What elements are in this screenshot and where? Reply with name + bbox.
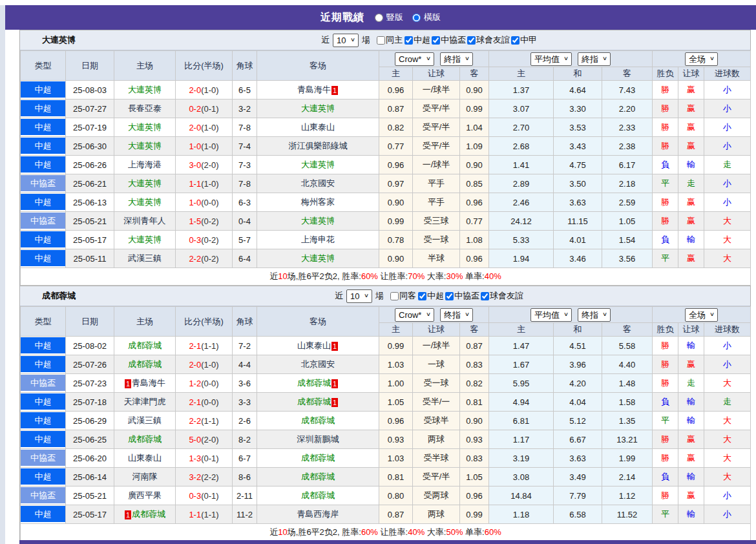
average-select[interactable]: 平均值 [531,309,571,321]
league-checkbox-input[interactable] [404,36,413,45]
sub-handicap-result: 让球 [678,67,704,81]
result-handicap: 輸 [678,156,704,174]
odds-away: 0.90 [460,156,489,174]
horizontal-layout-radio[interactable]: 橫版 [412,12,441,23]
match-row: 中超25-06-26上海海港3-0(2-0)7-3大連英博0.96一/球半0.9… [21,156,751,174]
match-row: 中超25-06-14河南隊3-2(2-2)8-6成都蓉城0.81受平/半1.05… [21,468,751,486]
avg-away: 1.99 [602,449,653,468]
league-filter-checkbox[interactable]: 球會友誼 [467,34,510,46]
vertical-radio-input[interactable] [375,14,383,22]
average-select[interactable]: 平均值 [531,53,571,65]
matches-label: 場 [375,290,384,302]
same-venue-checkbox[interactable]: 同主 [377,34,403,46]
handicap-line: 受两球 [413,486,460,505]
team-label: 北京國安 [301,178,335,188]
league-checkbox-input[interactable] [467,36,476,45]
league-filter-group: 中超中協盃球會友誼 [418,290,523,302]
league-filter-checkbox[interactable]: 中超 [418,290,444,302]
odds-home: 0.99 [379,212,413,231]
avg-stage-select-wrap: 终指 [578,308,611,322]
handicap-line: 一/球半 [413,81,460,99]
odds-home: 0.90 [379,193,413,212]
league-checkbox-input[interactable] [511,36,520,45]
results-table: 类型 日期 主场 比分(半场) 角球 客场 Crow* 終指 平均值 [20,50,751,286]
league-checkbox-input[interactable] [445,292,454,300]
bookmaker-select[interactable]: Crow* [395,53,434,65]
corner-count: 6-7 [233,449,257,468]
handicap-line: 受半/一 [413,393,460,412]
sub-handicap: 让球 [413,323,460,337]
away-team: 山東泰山1 [257,337,379,355]
section-header: 成都蓉城 近 10 場 同客 中超中協盃球會友誼 [20,286,750,306]
odds-stage-select-wrap: 终指 [440,308,473,322]
result-handicap: 輸 [678,505,704,524]
period-select[interactable]: 全场 [686,53,717,65]
team-label: 山東泰山 [297,340,331,350]
period-select[interactable]: 全场 [686,309,717,321]
score-cell: 2-0(1-0) [176,118,233,137]
results-table: 类型 日期 主场 比分(半场) 角球 客场 Crow* 终指 平均值 [20,306,751,541]
away-team: 北京國安 [257,355,379,374]
league-checkbox-input[interactable] [481,292,489,300]
result-handicap: 輸 [678,468,704,486]
result-outcome: 負 [653,156,678,174]
league-filter-checkbox[interactable]: 中協盃 [445,290,479,302]
avg-home: 1.37 [489,81,554,99]
odds-stage-select[interactable]: 终指 [441,309,472,321]
same-venue-input[interactable] [390,292,399,300]
result-outcome: 負 [653,468,678,486]
sub-home-odds: 主 [379,67,413,81]
result-goals: 走 [704,156,751,174]
league-filter-checkbox[interactable]: 中協盃 [432,34,466,46]
avg-draw: 4.75 [554,156,602,174]
score-cell: 1-1(1-1) [176,505,233,524]
rounds-select[interactable]: 10 [347,290,372,302]
team-label: 武漢三鎮 [128,253,162,263]
same-venue-input[interactable] [377,36,385,45]
red-card-badge: 1 [331,398,338,407]
bookmaker-select[interactable]: Crow* [395,309,434,321]
odds-stage-select[interactable]: 終指 [441,53,472,65]
avg-away: 3.56 [602,249,653,268]
team-label: 大連英博 [128,122,162,132]
average-group-header: 平均值 終指 [489,51,653,67]
home-team: 天津津門虎 [114,393,176,412]
match-date: 25-06-13 [66,193,114,212]
same-venue-checkbox[interactable]: 同客 [390,290,416,302]
odds-away: 0.96 [460,486,489,505]
odds-home: 0.87 [379,505,413,524]
score-cell: 1-0(1-0) [176,137,233,156]
result-outcome: 勝 [653,430,678,449]
league-filter-checkbox[interactable]: 中超 [404,34,430,46]
match-date: 25-05-11 [66,249,114,268]
score-cell: 2-1(1-1) [176,337,233,355]
league-badge: 中超 [21,250,65,266]
home-team: 成都蓉城 [114,355,176,374]
league-checkbox-input[interactable] [432,36,440,45]
result-handicap: 赢 [678,486,704,505]
odds-away: 0.77 [460,212,489,231]
avg-stage-select[interactable]: 终指 [578,309,610,321]
vertical-layout-radio[interactable]: 豎版 [375,12,403,23]
result-goals: 走 [704,393,751,412]
col-date: 日期 [66,51,114,81]
league-checkbox-input[interactable] [418,292,426,300]
footer-divider-bar [19,540,756,544]
away-team: 浙江俱樂部綠城 [257,137,379,156]
horizontal-radio-input[interactable] [412,14,421,22]
corner-count: 3-3 [233,393,257,412]
handicap-line: 受一球 [413,231,460,249]
match-row: 中協盃25-05-21深圳青年人1-5(0-2)0-4大連英博0.99受三球0.… [21,212,751,231]
league-filter-checkbox[interactable]: 球會友誼 [481,290,523,302]
rounds-select[interactable]: 10 [333,34,358,47]
home-team: 1成都蓉城 [114,505,176,524]
avg-stage-select[interactable]: 終指 [578,53,610,65]
team-label: 青島海牛 [132,378,165,388]
away-team: 成都蓉城 [257,486,379,505]
league-filter-checkbox[interactable]: 中甲 [511,34,537,46]
league-badge: 中超 [21,506,65,522]
red-card-badge: 1 [125,379,131,388]
away-team: 青島海牛1 [257,81,379,99]
odds-away: 0.96 [460,249,489,268]
avg-draw: 4.51 [554,337,602,355]
